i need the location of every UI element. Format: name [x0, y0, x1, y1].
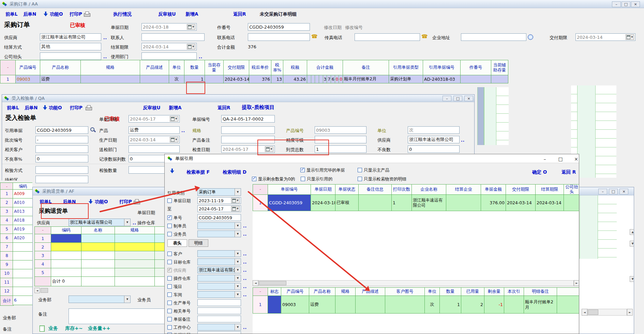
browse-dots[interactable]: ..	[243, 260, 247, 265]
supplier-combo[interactable]: 浙江顺丰速运有限公司	[197, 267, 241, 273]
product-browse-dots[interactable]: ..	[181, 128, 185, 133]
cell-detail-note[interactable]: 顺丰月付账单2月	[524, 296, 557, 314]
scroll-up-button[interactable]: ▲	[630, 229, 634, 235]
po-settle-mode-field[interactable]: 其他	[40, 43, 101, 50]
po-col-price[interactable]: 税后单价	[249, 60, 271, 75]
po-col-aux-stock[interactable]: 当前辅助存量	[491, 60, 508, 75]
po-doc-no-field[interactable]: CGDD-2403059	[248, 23, 310, 31]
cell-remaining-qty[interactable]: -1	[484, 296, 504, 314]
calendar-button[interactable]: ▼	[231, 206, 240, 211]
cell-desc[interactable]	[356, 296, 385, 314]
dialog-back-button[interactable]: 返回 R	[561, 169, 576, 175]
document-row[interactable]: 1 CGDD-2403059 2024-03-18 已审核 1 浙江顺丰速运有限…	[253, 194, 580, 211]
browse-dots[interactable]: ..	[243, 292, 247, 297]
po-maximize-button[interactable]	[621, 1, 630, 7]
ret-col-spec[interactable]: 规格	[115, 227, 155, 234]
po-table-row[interactable]: 1 09003 运费 次 1 2024-03-14 376 13 43.26 3…	[0, 75, 508, 83]
qa-add-button[interactable]: 新增A	[169, 105, 181, 111]
use-dept-browse-dots[interactable]: ..	[199, 54, 203, 59]
col-deliver-due[interactable]: 交付期限	[506, 185, 536, 195]
cell-desc[interactable]	[140, 75, 169, 83]
po-col-desc[interactable]: 产品描述	[140, 60, 169, 75]
po-doc-date-field[interactable]: 2024-03-18 ▼	[141, 23, 197, 31]
po-use-dept-field[interactable]	[141, 52, 197, 60]
qa-method-field[interactable]	[35, 166, 88, 174]
col-print-count[interactable]: 打印次数	[392, 185, 412, 195]
ret-maximize-button[interactable]	[609, 189, 618, 194]
cell-note-info[interactable]	[359, 194, 392, 211]
po-minimize-button[interactable]	[612, 1, 621, 7]
dropdown-button[interactable]	[235, 291, 241, 298]
qa-doc-date-field[interactable]: 2024-05-17 ▼	[129, 115, 180, 123]
list-item[interactable]: 3	[0, 207, 14, 217]
dropdown-button[interactable]	[235, 324, 241, 330]
po-next-button[interactable]: 后单N	[23, 11, 36, 17]
list-item[interactable]	[13, 269, 32, 279]
ret-supplier-combo[interactable]: 浙江顺丰速运有限公司	[69, 219, 131, 226]
cell-doc-status[interactable]: 已审核	[335, 194, 359, 211]
po-print-button[interactable]: 打印P	[70, 11, 82, 17]
scroll-left-button[interactable]: ◄	[34, 288, 40, 293]
cell-used-qty[interactable]: 2	[461, 296, 484, 314]
qa-unaudit-button[interactable]: 反审核U	[143, 105, 160, 111]
po-pending-detail-link[interactable]: 未交采购订单明细	[260, 11, 297, 17]
printer-icon[interactable]	[86, 105, 92, 110]
cell-settle-company[interactable]	[446, 194, 481, 211]
cell-unit[interactable]: 次	[169, 75, 184, 83]
checkbox-doc-no[interactable]	[167, 216, 172, 220]
qa-spec-field[interactable]	[221, 126, 275, 134]
cell-product-code[interactable]: 09003	[281, 296, 309, 314]
qa-bad-field[interactable]: 0	[408, 145, 460, 153]
browse-dots[interactable]: ..	[243, 232, 247, 237]
ref-type-combo[interactable]: 采购订单	[197, 188, 241, 196]
qa-next-button[interactable]: 后单N	[25, 105, 38, 111]
cell-product-name[interactable]: 运费	[309, 296, 335, 314]
row-number-cell[interactable]: 1	[35, 234, 51, 243]
cell-settle-due[interactable]: 2024-03-14	[536, 194, 564, 211]
po-col-tax-rate[interactable]: 税率%	[271, 60, 283, 75]
qa-doc-no-field[interactable]: QA-24-05-17-0002	[221, 115, 275, 123]
cell-stock[interactable]	[205, 75, 224, 83]
col-detail-note[interactable]: 明细备注	[524, 288, 557, 296]
po-col-doc-no[interactable]: 作番号	[461, 60, 491, 75]
calendar-button[interactable]: ▼	[626, 34, 634, 40]
list-item[interactable]: A009	[13, 189, 32, 198]
list-item[interactable]	[13, 260, 32, 270]
col-company-header[interactable]: 公司抬头	[564, 185, 580, 195]
ret-func-button[interactable]: 功能O	[95, 199, 108, 205]
dialog-maximize-button[interactable]: □	[555, 156, 566, 162]
maker-combo[interactable]	[197, 222, 241, 229]
list-item[interactable]: 2	[0, 198, 14, 208]
doc-no-field[interactable]: CGDD-2403059	[197, 214, 241, 221]
col-product-name[interactable]: 产品名称	[309, 288, 335, 296]
qa-customer-field[interactable]	[35, 145, 88, 153]
dropdown-button[interactable]	[235, 275, 241, 281]
dropdown-button[interactable]	[124, 296, 130, 303]
qa-close-button[interactable]	[464, 96, 473, 101]
tab-detail[interactable]: 明细	[189, 239, 208, 247]
qa-minimize-button[interactable]	[443, 96, 451, 101]
op-warehouse-combo[interactable]	[197, 275, 241, 282]
calendar-button[interactable]: ▼	[170, 137, 178, 142]
row-number-cell[interactable]: 1	[253, 296, 268, 314]
checkbox-doc-note[interactable]	[167, 317, 172, 321]
qa-bad-rate-field[interactable]: 0	[35, 155, 88, 162]
po-col-note[interactable]: 备注	[343, 60, 389, 75]
checkbox-doc-extend[interactable]	[167, 333, 172, 334]
list-item[interactable]	[13, 251, 32, 261]
list-item[interactable]	[13, 242, 32, 252]
po-func-button[interactable]: 功能O	[50, 11, 63, 17]
row-number-cell[interactable]: 5	[35, 268, 51, 277]
cell-customer-drawing[interactable]	[385, 296, 425, 314]
ret-business-link[interactable]: 业务	[48, 325, 58, 332]
cell-aux-stock[interactable]	[491, 75, 508, 83]
dropdown-button[interactable]	[235, 283, 241, 289]
checkbox-doc-date[interactable]	[167, 198, 172, 203]
col-extra[interactable]	[557, 288, 580, 296]
po-col-ref-no[interactable]: 引用单据编号	[423, 60, 461, 75]
col-customer-drawing[interactable]: 客户图号	[385, 288, 425, 296]
list-item[interactable]: A018	[13, 216, 32, 225]
po-col-deliver[interactable]: 交付期限	[224, 60, 249, 75]
col-flag[interactable]: 标志	[268, 288, 281, 296]
ret-note-textarea[interactable]	[69, 308, 166, 324]
